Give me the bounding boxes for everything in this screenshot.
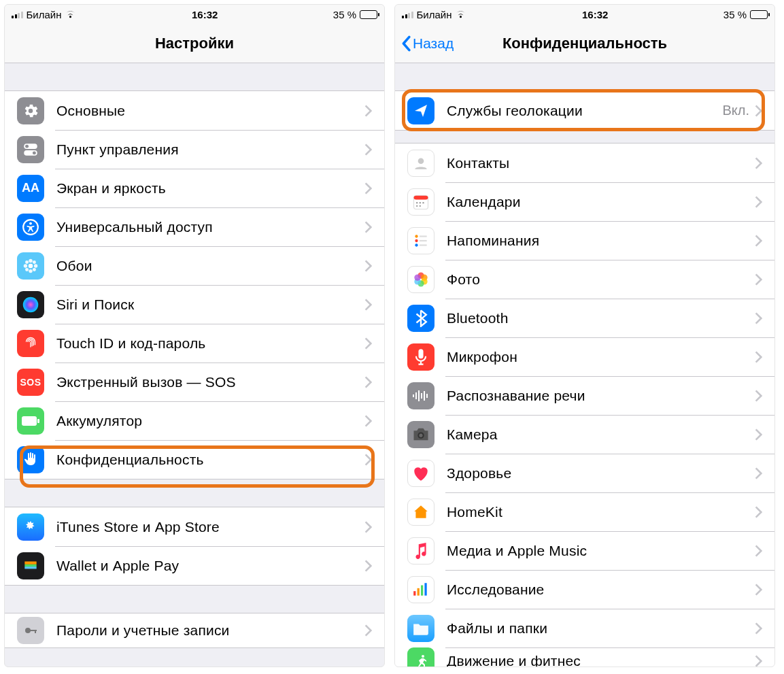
row-sos[interactable]: SOS Экстренный вызов — SOS [5,363,384,401]
row-passwords[interactable]: Пароли и учетные записи [5,613,384,647]
svg-rect-36 [420,235,427,237]
row-label: Touch ID и код-пароль [56,335,364,352]
row-wallpaper[interactable]: Обои [5,246,384,285]
svg-rect-47 [415,392,417,399]
svg-point-9 [24,264,27,267]
row-display[interactable]: AA Экран и яркость [5,169,384,207]
calendar-icon [407,188,434,216]
row-touchid[interactable]: Touch ID и код-пароль [5,324,384,363]
row-reminders[interactable]: Напоминания [395,221,774,260]
row-wallet[interactable]: Wallet и Apple Pay [5,546,384,585]
chevron-right-icon [364,221,372,233]
accessibility-icon [17,214,44,241]
row-label: Экстренный вызов — SOS [56,374,364,390]
chevron-right-icon [755,273,762,286]
display-icon: AA [17,175,44,202]
row-control-center[interactable]: Пункт управления [5,130,384,169]
sos-icon: SOS [17,369,44,396]
row-motion[interactable]: Движение и фитнес [395,647,774,667]
row-label: Файлы и папки [447,620,755,637]
chevron-right-icon [755,467,762,479]
row-health[interactable]: Здоровье [395,454,774,492]
svg-rect-20 [24,564,36,566]
home-icon [407,499,434,526]
row-battery[interactable]: Аккумулятор [5,401,384,440]
gear-icon [17,97,44,124]
svg-rect-46 [413,394,414,397]
back-label: Назад [413,35,454,52]
row-speech[interactable]: Распознавание речи [395,376,774,415]
battery-row-icon [17,407,44,435]
svg-point-25 [418,158,424,164]
camera-icon [407,421,434,448]
battery-text: 35 % [723,9,747,20]
privacy-group-location: Службы геолокации Вкл. [395,90,774,131]
chevron-right-icon [755,390,762,402]
svg-rect-45 [418,349,423,358]
row-label: Здоровье [447,465,755,482]
svg-point-44 [414,274,420,280]
signal-icon [402,10,413,18]
chevron-right-icon [755,428,762,441]
svg-rect-48 [418,390,420,401]
row-label: Основные [56,103,364,119]
chevron-right-icon [755,506,762,518]
row-label: Фото [447,271,755,288]
chevron-right-icon [364,105,372,117]
svg-rect-55 [417,588,420,595]
row-siri[interactable]: Siri и Поиск [5,285,384,324]
row-label: Распознавание речи [447,388,755,404]
chevron-right-icon [755,157,762,169]
row-calendars[interactable]: Календари [395,182,774,221]
row-label: Медиа и Apple Music [447,543,755,559]
row-homekit[interactable]: HomeKit [395,492,774,531]
status-bar: Билайн 16:32 35 % [5,5,384,24]
chevron-right-icon [364,560,372,572]
row-general[interactable]: Основные [5,91,384,130]
svg-rect-56 [421,585,423,595]
row-itunes[interactable]: iTunes Store и App Store [5,507,384,546]
row-photos[interactable]: Фото [395,260,774,299]
chevron-right-icon [755,105,762,117]
row-location-services[interactable]: Службы геолокации Вкл. [395,91,774,130]
row-contacts[interactable]: Контакты [395,144,774,182]
back-button[interactable]: Назад [400,24,454,63]
row-label: Wallet и Apple Pay [56,558,364,574]
chevron-right-icon [364,144,372,156]
settings-group-stores: iTunes Store и App Store Wallet и Apple … [5,507,384,586]
signal-icon [12,10,23,18]
row-files[interactable]: Файлы и папки [395,609,774,647]
svg-rect-17 [37,419,39,423]
row-microphone[interactable]: Микрофон [395,337,774,376]
svg-rect-49 [421,393,422,399]
flower-icon [17,252,44,280]
page-title: Настройки [155,35,234,52]
row-camera[interactable]: Камера [395,415,774,454]
row-label: Обои [56,258,364,274]
chevron-right-icon [364,299,372,311]
svg-point-29 [420,202,421,203]
battery-icon [360,10,377,19]
svg-point-11 [25,260,29,264]
row-privacy[interactable]: Конфиденциальность [5,440,384,479]
row-label: Аккумулятор [56,413,364,429]
row-accessibility[interactable]: Универсальный доступ [5,207,384,246]
row-label: Siri и Поиск [56,297,364,313]
svg-point-7 [29,258,32,262]
row-bluetooth[interactable]: Bluetooth [395,299,774,337]
toggle-icon [17,136,44,163]
key-icon [17,617,44,644]
svg-point-3 [33,151,36,154]
row-media[interactable]: Медиа и Apple Music [395,531,774,570]
row-label: Службы геолокации [447,103,722,119]
time-label: 16:32 [582,9,608,20]
svg-point-30 [422,202,424,203]
row-label: Календари [447,194,755,210]
row-research[interactable]: Исследование [395,570,774,609]
carrier-label: Билайн [27,9,62,20]
svg-point-6 [29,263,33,268]
row-label: Bluetooth [447,310,755,326]
chevron-right-icon [364,182,372,195]
svg-point-13 [25,267,29,271]
svg-point-33 [415,235,417,237]
